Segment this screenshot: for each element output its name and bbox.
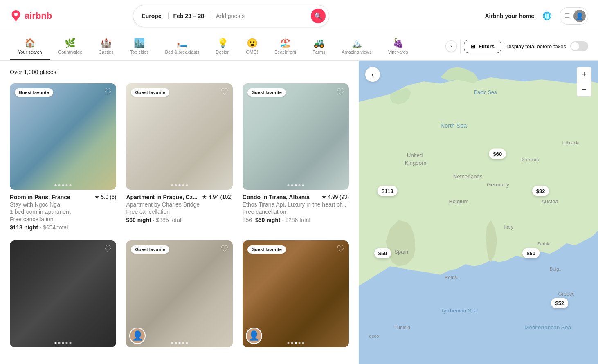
- svg-text:Kingdom: Kingdom: [405, 160, 427, 166]
- filter-area: ⊞ Filters Display total before taxes: [460, 40, 588, 53]
- guest-favorite-badge: Guest favorite: [247, 88, 286, 97]
- svg-text:United: United: [407, 152, 423, 158]
- listing-subtitle: Apartment by Charles Bridge: [126, 201, 232, 208]
- listing-name: Room in Paris, France: [10, 194, 70, 200]
- hamburger-icon: ☰: [565, 13, 570, 19]
- zoom-out-button[interactable]: −: [577, 82, 591, 97]
- zoom-controls: + −: [577, 67, 591, 97]
- listing-image-wrap: Guest favorite ♡ 👤: [126, 240, 232, 347]
- photo-dot: [298, 342, 300, 344]
- header-right: Airbnb your home 🌐 ☰ 👤: [485, 7, 588, 25]
- collapse-map-button[interactable]: ‹: [365, 67, 380, 82]
- svg-text:Germany: Germany: [487, 182, 509, 188]
- listings-grid: Guest favorite ♡ Room in Paris, France ★…: [10, 83, 349, 352]
- listings-panel: Over 1,000 places Guest favorite ♡ Room …: [0, 61, 359, 364]
- wishlist-button[interactable]: ♡: [104, 245, 112, 254]
- map-panel: North Sea Baltic Sea United Kingdom Neth…: [359, 61, 598, 364]
- display-toggle-switch[interactable]: [570, 41, 588, 51]
- map-price-pin-pin-50[interactable]: $50: [522, 248, 540, 258]
- header: airbnb Europe Feb 23 – 28 Add guests 🔍 A…: [0, 0, 598, 32]
- search-location[interactable]: Europe: [142, 13, 168, 19]
- category-item-top-cities[interactable]: 🏙️ Top cities: [122, 32, 157, 60]
- category-nav-next-button[interactable]: ›: [445, 40, 457, 52]
- category-icon-beachfront: 🏖️: [280, 39, 291, 48]
- photo-dot: [182, 184, 184, 186]
- airbnb-home-button[interactable]: Airbnb your home: [485, 13, 534, 19]
- photo-dot: [182, 342, 184, 344]
- category-icon-design: 💡: [217, 39, 228, 48]
- map-price-pin-pin-52[interactable]: $52: [551, 298, 569, 308]
- wishlist-button[interactable]: ♡: [104, 88, 112, 97]
- listing-detail: 1 bedroom in apartment: [10, 209, 116, 215]
- category-label-omg: OMG!: [246, 49, 258, 54]
- category-item-beachfront[interactable]: 🏖️ Beachfront: [266, 32, 304, 60]
- category-item-castles[interactable]: 🏰 Castles: [90, 32, 122, 60]
- photo-dot: [62, 342, 64, 344]
- category-label-design: Design: [216, 49, 229, 54]
- photo-dot: [70, 184, 72, 186]
- photo-dot: [175, 184, 177, 186]
- listing-card-prague-apartment[interactable]: Guest favorite ♡ Apartment in Prague, Cz…: [126, 83, 232, 231]
- category-item-design[interactable]: 💡 Design: [207, 32, 238, 60]
- listing-card-room2b[interactable]: Guest favorite ♡ 👤: [126, 240, 232, 352]
- price-original: $56: [243, 217, 252, 223]
- zoom-in-button[interactable]: +: [577, 67, 591, 82]
- photo-dot: [186, 184, 188, 186]
- map-price-pin-pin-59[interactable]: $59: [374, 248, 391, 258]
- price-night: $113 night: [10, 224, 38, 231]
- listing-rating: ★ 5.0 (6): [94, 194, 116, 200]
- photo-dot: [302, 184, 304, 186]
- category-item-bed-breakfasts[interactable]: 🛏️ Bed & breakfasts: [157, 32, 208, 60]
- photo-dot: [171, 184, 173, 186]
- photo-dot: [175, 342, 177, 344]
- listing-rating: ★ 4.99 (93): [321, 194, 349, 200]
- category-item-omg[interactable]: 😮 OMG!: [238, 32, 266, 60]
- photo-dot: [171, 342, 173, 344]
- category-item-farms[interactable]: 🚜 Farms: [304, 32, 333, 60]
- category-item-vineyards[interactable]: 🍇 Vineyards: [380, 32, 416, 60]
- category-item-your-search[interactable]: 🏠 Your search: [10, 32, 50, 60]
- listing-card-room2a[interactable]: ♡: [10, 240, 116, 352]
- wishlist-button[interactable]: ♡: [220, 88, 229, 97]
- listing-price: $60 night · $385 total: [126, 217, 232, 223]
- photo-dots: [171, 184, 188, 186]
- category-icon-bed-breakfasts: 🛏️: [177, 39, 188, 48]
- photo-dots: [55, 184, 72, 186]
- host-avatar: 👤: [246, 328, 262, 344]
- listing-availability: Free cancellation: [126, 209, 232, 215]
- price-total: · $654 total: [40, 224, 68, 231]
- language-selector-button[interactable]: 🌐: [539, 8, 555, 24]
- listing-subtitle: Ethos Tirana Apt. Luxury in the heart of…: [243, 201, 349, 208]
- wishlist-button[interactable]: ♡: [220, 245, 229, 254]
- map-price-pin-pin-113[interactable]: $113: [378, 186, 398, 196]
- category-item-countryside[interactable]: 🌿 Countryside: [50, 32, 90, 60]
- listing-card-tirana-condo[interactable]: Guest favorite ♡ Condo in Tirana, Albani…: [243, 83, 349, 231]
- search-bar[interactable]: Europe Feb 23 – 28 Add guests 🔍: [133, 5, 329, 27]
- category-item-amazing-views[interactable]: 🏔️ Amazing views: [333, 32, 380, 60]
- listing-card-paris-room[interactable]: Guest favorite ♡ Room in Paris, France ★…: [10, 83, 116, 231]
- filters-label: Filters: [479, 43, 495, 49]
- listing-card-room2c[interactable]: Guest favorite ♡ 👤: [243, 240, 349, 352]
- guest-favorite-badge: Guest favorite: [15, 88, 53, 97]
- category-icon-omg: 😮: [247, 39, 258, 48]
- listing-image: [126, 83, 232, 190]
- user-menu-button[interactable]: ☰ 👤: [560, 7, 588, 25]
- price-total: · $286 total: [282, 217, 310, 223]
- photo-dot: [178, 342, 180, 344]
- search-submit-button[interactable]: 🔍: [311, 9, 326, 23]
- category-label-vineyards: Vineyards: [388, 49, 408, 54]
- search-dates[interactable]: Feb 23 – 28: [173, 13, 211, 19]
- airbnb-logo[interactable]: airbnb: [10, 10, 52, 22]
- search-guests[interactable]: Add guests: [216, 13, 306, 19]
- map-price-pin-pin-32[interactable]: $32: [532, 186, 549, 196]
- category-label-beachfront: Beachfront: [274, 49, 296, 54]
- category-label-top-cities: Top cities: [130, 49, 149, 54]
- filters-button[interactable]: ⊞ Filters: [464, 40, 501, 53]
- photo-dot: [295, 342, 297, 344]
- map-price-pin-pin-60[interactable]: $60: [489, 149, 506, 159]
- photo-dot: [55, 184, 57, 186]
- wishlist-button[interactable]: ♡: [337, 88, 345, 97]
- wishlist-button[interactable]: ♡: [337, 245, 345, 254]
- listing-price: $56 $50 night · $286 total: [243, 217, 349, 223]
- svg-text:Roma...: Roma...: [445, 275, 461, 280]
